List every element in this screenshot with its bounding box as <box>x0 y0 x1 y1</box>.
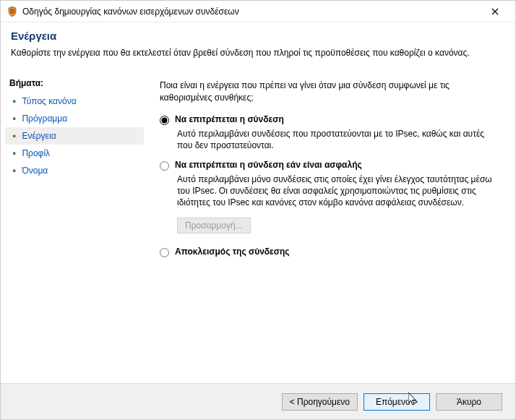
option-allow-if-secure[interactable]: Να επιτρέπεται η σύνδεση εάν είναι ασφαλ… <box>160 160 501 171</box>
option-description: Αυτό περιλαμβάνει συνδέσεις που προστατε… <box>177 128 501 151</box>
next-button[interactable]: Επόμενο > <box>364 393 430 411</box>
titlebar: Οδηγός δημιουργίας κανόνων εισερχόμενων … <box>1 1 515 22</box>
step-label: Όνομα <box>22 166 48 176</box>
cancel-button[interactable]: Άκυρο <box>436 393 502 411</box>
action-prompt: Ποια είναι η ενέργεια που πρέπει να γίνε… <box>160 80 501 104</box>
radio-allow[interactable] <box>160 116 169 125</box>
option-label: Να επιτρέπεται η σύνδεση <box>175 114 284 124</box>
bullet-icon: ● <box>12 133 16 140</box>
page-description: Καθορίστε την ενέργεια που θα εκτελεστεί… <box>11 48 505 58</box>
step-label: Προφίλ <box>22 148 50 158</box>
option-description: Αυτό περιλαμβάνει μόνο συνδέσεις στις οπ… <box>177 173 501 209</box>
close-button[interactable] <box>481 1 509 22</box>
step-label: Ενέργεια <box>22 131 56 141</box>
bullet-icon: ● <box>12 116 16 122</box>
step-label: Τύπος κανόνα <box>22 96 76 106</box>
firewall-icon <box>7 6 18 17</box>
main-panel: Ποια είναι η ενέργεια που πρέπει να γίνε… <box>144 68 515 378</box>
bullet-icon: ● <box>12 150 16 157</box>
bullet-icon: ● <box>12 98 16 105</box>
step-rule-type[interactable]: ● Τύπος κανόνα <box>5 93 144 110</box>
svg-rect-0 <box>10 9 14 11</box>
step-action[interactable]: ● Ενέργεια <box>5 127 144 145</box>
step-label: Πρόγραμμα <box>22 113 67 124</box>
dialog-root: Οδηγός δημιουργίας κανόνων εισερχόμενων … <box>1 1 515 419</box>
option-label: Αποκλεισμός της σύνδεσης <box>175 247 290 257</box>
svg-rect-1 <box>10 12 14 13</box>
window-title: Οδηγός δημιουργίας κανόνων εισερχόμενων … <box>22 7 481 17</box>
radio-block[interactable] <box>160 248 169 257</box>
option-block-connection[interactable]: Αποκλεισμός της σύνδεσης <box>160 247 501 257</box>
footer-buttons: < Προηγούμενο Επόμενο > Άκυρο <box>1 383 515 419</box>
step-program[interactable]: ● Πρόγραμμα <box>5 110 144 127</box>
steps-heading: Βήματα: <box>5 75 144 93</box>
steps-sidebar: Βήματα: ● Τύπος κανόνα ● Πρόγραμμα ● Ενέ… <box>1 68 144 378</box>
bullet-icon: ● <box>12 168 16 174</box>
step-name[interactable]: ● Όνομα <box>5 162 144 179</box>
page-title: Ενέργεια <box>11 30 505 42</box>
content-wrap: Βήματα: ● Τύπος κανόνα ● Πρόγραμμα ● Ενέ… <box>1 68 515 378</box>
back-button[interactable]: < Προηγούμενο <box>282 393 358 411</box>
header-block: Ενέργεια Καθορίστε την ενέργεια που θα ε… <box>1 22 515 68</box>
radio-allow-secure[interactable] <box>160 161 169 171</box>
option-allow-connection[interactable]: Να επιτρέπεται η σύνδεση <box>160 114 501 125</box>
option-label: Να επιτρέπεται η σύνδεση εάν είναι ασφαλ… <box>175 160 362 170</box>
step-profile[interactable]: ● Προφίλ <box>5 145 144 162</box>
customize-button: Προσαρμογή... <box>177 218 251 233</box>
